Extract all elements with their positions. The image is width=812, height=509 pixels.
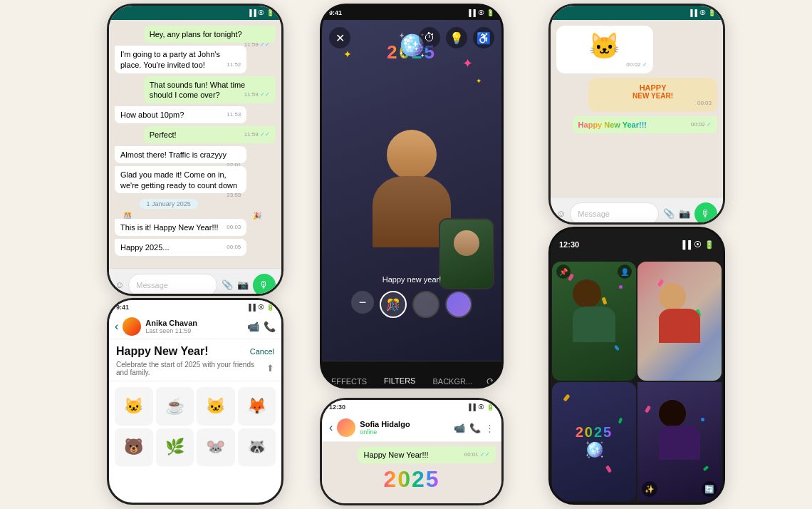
sticker-item[interactable]: 🐱 bbox=[115, 387, 153, 426]
close-button[interactable]: ✕ bbox=[329, 27, 350, 48]
camera-icon[interactable]: 📷 bbox=[237, 279, 249, 290]
message-bubble: Perfect! 11:59 ✓✓ bbox=[144, 126, 276, 143]
signal-icon: ▐▐ bbox=[680, 240, 691, 250]
contact-status: online bbox=[360, 428, 449, 436]
sticker-item[interactable]: 🐭 bbox=[197, 428, 235, 467]
flip-camera-button[interactable]: 🔄 bbox=[702, 481, 717, 497]
send-voice-button[interactable]: 🎙 bbox=[253, 274, 276, 297]
message-input[interactable]: Message bbox=[570, 202, 659, 225]
more-icon[interactable]: ⋮ bbox=[485, 423, 494, 433]
happy-sticker-text: HAPPY bbox=[594, 83, 712, 92]
contact-info: Sofia Hidalgo online bbox=[360, 420, 449, 436]
input-placeholder: Message bbox=[578, 210, 610, 218]
filter-option-sticker[interactable]: 🎊 bbox=[380, 291, 407, 318]
attach-icon[interactable]: 📎 bbox=[222, 279, 233, 290]
phone-sticker-chat: ▐▐ ⦿ 🔋 🐱 00:02 ✓ HAPPY NEW YEAR! 00:03 H… bbox=[548, 4, 725, 225]
cancel-button[interactable]: Cancel bbox=[250, 347, 274, 356]
close-icon: ✕ bbox=[335, 31, 345, 45]
chat-header: ‹ Anika Chavan Last seen 11:59 📹 📞 bbox=[109, 314, 281, 339]
video-call-icon[interactable]: 📹 bbox=[247, 321, 259, 332]
cat-sticker-icon: 🐱 bbox=[588, 31, 620, 61]
contact-name: Anika Chavan bbox=[145, 319, 243, 327]
status-time: 9:41 bbox=[116, 304, 129, 311]
chat-area: Happy New Year!!! 00:01 ✓✓ 2025 bbox=[322, 442, 501, 505]
participant-cell-4: 🔄 ✨ bbox=[637, 382, 722, 501]
effects-tab[interactable]: EFFECTS bbox=[323, 361, 375, 389]
participant-cell-1: 📌 👤 bbox=[552, 262, 636, 381]
status-icons: ▐▐ ⦿ 🔋 bbox=[688, 9, 716, 16]
sticker-item[interactable]: 🐱 bbox=[197, 387, 235, 426]
light-symbol: 💡 bbox=[449, 31, 464, 45]
phone-chat-sofia: 12:30 ▐▐ ⦿ 🔋 ‹ Sofia Hidalgo online 📹 📞 … bbox=[320, 398, 504, 505]
status-bar: 9:41 ▐▐ ⦿ 🔋 bbox=[109, 300, 281, 314]
person-body bbox=[573, 307, 615, 342]
sticker-item[interactable]: 🦝 bbox=[238, 428, 276, 467]
sparkle-icon: ✦ bbox=[462, 56, 473, 71]
sticker-message-out: HAPPY NEW YEAR! 00:03 bbox=[588, 78, 717, 112]
status-icons: ▐▐ ⦿ 🔋 bbox=[247, 9, 274, 16]
share-icon[interactable]: ⬆ bbox=[266, 363, 274, 374]
status-icons: ▐▐ ⦿ 🔋 bbox=[467, 9, 494, 16]
status-time: 9:41 bbox=[329, 9, 342, 16]
participant-cell-3: 2025 🪩 bbox=[552, 382, 636, 501]
back-icon[interactable]: ‹ bbox=[329, 421, 333, 434]
attach-icon[interactable]: 📎 bbox=[663, 208, 675, 219]
pin-symbol: 📌 bbox=[559, 268, 568, 276]
filters-tab[interactable]: FILTERS bbox=[375, 361, 424, 389]
light-icon[interactable]: 💡 bbox=[446, 27, 467, 48]
participant-add-icon[interactable]: 👤 bbox=[618, 264, 632, 279]
message-text: This is it! Happy New Year!!! bbox=[120, 223, 219, 232]
status-bar: ▐▐ ⦿ 🔋 bbox=[551, 6, 723, 20]
send-voice-button[interactable]: 🎙 bbox=[694, 202, 717, 225]
message-time: 11:59 ✓✓ bbox=[244, 131, 270, 139]
message-input-bar: ☺ Message 📎 📷 🎙 bbox=[551, 197, 723, 225]
signal-icon: ▐▐ bbox=[688, 9, 697, 16]
sticker-item[interactable]: 🐻 bbox=[115, 428, 153, 467]
message-time: 23:53 bbox=[227, 192, 241, 200]
battery-icon: 🔋 bbox=[266, 304, 274, 311]
wifi-icon: ⦿ bbox=[478, 403, 484, 411]
remove-filter-button[interactable]: − bbox=[351, 291, 374, 314]
emoji-icon[interactable]: ☺ bbox=[556, 208, 566, 219]
person-head bbox=[387, 130, 437, 180]
pin-icon[interactable]: 📌 bbox=[556, 264, 571, 279]
refresh-button[interactable]: ⟳ bbox=[481, 376, 501, 387]
timer-icon[interactable]: ⏱ bbox=[419, 27, 440, 48]
person-head bbox=[659, 400, 686, 427]
message-text: Hey, any plans for tonight? bbox=[150, 30, 242, 38]
person-head bbox=[659, 283, 686, 310]
call-icon[interactable]: 📞 bbox=[469, 423, 481, 433]
sticker-item[interactable]: 🌿 bbox=[156, 428, 194, 467]
back-icon[interactable]: ‹ bbox=[115, 320, 118, 333]
filter-option-purple[interactable] bbox=[445, 291, 472, 318]
video-icon[interactable]: 📹 bbox=[454, 423, 465, 433]
phone-call-icon[interactable]: 📞 bbox=[264, 321, 276, 332]
contact-info: Anika Chavan Last seen 11:59 bbox=[145, 319, 243, 334]
message-text: How about 10pm? bbox=[120, 110, 184, 119]
status-icons: ▐▐ ⦿ 🔋 bbox=[467, 403, 494, 411]
status-bar: 9:41 ▐▐ ⦿ 🔋 bbox=[322, 6, 501, 20]
camera-icon[interactable]: 📷 bbox=[679, 208, 690, 219]
background-tab[interactable]: BACKGR... bbox=[424, 361, 481, 389]
sticker-time: 00:02 ✓ bbox=[562, 61, 647, 68]
emoji-icon[interactable]: ☺ bbox=[115, 279, 124, 290]
effects-button[interactable]: ✨ bbox=[642, 481, 657, 497]
sparkle-icon: ✦ bbox=[343, 48, 352, 60]
participant-cell-2 bbox=[637, 262, 722, 381]
ny-sticker-large: 2025 🪩 bbox=[552, 382, 636, 501]
sticker-item[interactable]: ☕ bbox=[156, 387, 194, 426]
message-time: 11:52 bbox=[227, 61, 241, 69]
signal-icon: ▐▐ bbox=[246, 304, 256, 311]
message-text: I'm going to a party at John's place. Yo… bbox=[120, 50, 220, 69]
mic-icon: 🎙 bbox=[259, 279, 269, 291]
filter-option-blur[interactable] bbox=[412, 291, 439, 318]
sticker-item[interactable]: 🦊 bbox=[238, 387, 276, 426]
phone-video-call: 9:41 ▐▐ ⦿ 🔋 2025 🪩 ✦ ✦ ✦ bbox=[320, 4, 504, 389]
message-text: Perfect! bbox=[150, 130, 177, 139]
date-badge: 1 January 2025 bbox=[140, 200, 198, 207]
accessibility-icon[interactable]: ♿ bbox=[473, 27, 494, 48]
message-input[interactable]: Message bbox=[128, 274, 217, 297]
wifi-icon: ⦿ bbox=[258, 304, 264, 311]
sticker-bubble-out: HAPPY NEW YEAR! 00:03 bbox=[588, 78, 717, 112]
message-text: Glad you made it! Come on in, we're gett… bbox=[120, 170, 237, 190]
